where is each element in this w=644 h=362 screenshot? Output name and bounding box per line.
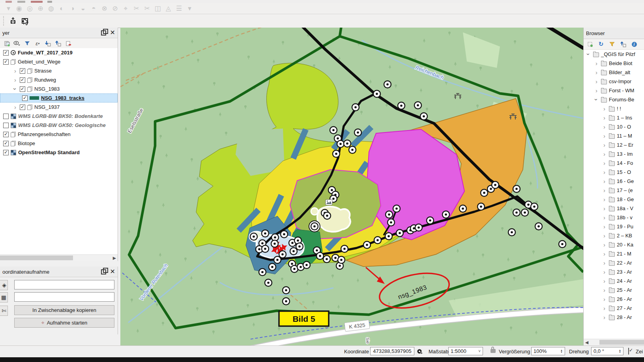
digitize-tool-7[interactable]: ◒ bbox=[78, 4, 88, 13]
expander-icon[interactable]: › bbox=[602, 106, 607, 112]
scroll-left-icon[interactable]: ◀ bbox=[584, 339, 590, 345]
browser-item[interactable]: ›Bilder_alt bbox=[584, 68, 644, 77]
digitize-tool-10[interactable]: ⊘ bbox=[110, 4, 120, 13]
browser-item[interactable]: ›Forums-Be bbox=[584, 95, 644, 104]
layer-item-gebiet-und-wege[interactable]: Gebiet_und_Wege bbox=[0, 57, 118, 66]
browser-item[interactable]: ›18b - v bbox=[584, 213, 644, 222]
browser-item[interactable]: ›18 - Ge bbox=[584, 195, 644, 204]
layer-item-nsg-1937[interactable]: ›NSG_1937 bbox=[0, 103, 118, 112]
layer-item-strasse[interactable]: ›Strasse bbox=[0, 66, 118, 75]
collapse-all-icon[interactable] bbox=[619, 40, 627, 48]
layer-item-pflanzengesellschaften[interactable]: Pflanzengesellschaften bbox=[0, 130, 118, 139]
layer-item-biotope[interactable]: Biotope bbox=[0, 139, 118, 148]
expander-icon[interactable]: › bbox=[602, 251, 607, 257]
refresh-icon[interactable]: ↻ bbox=[597, 40, 605, 48]
layer-checkbox[interactable] bbox=[22, 95, 28, 101]
expander-icon[interactable]: › bbox=[602, 269, 607, 275]
browser-item[interactable]: ›23 - Ar bbox=[584, 267, 644, 276]
digitize-tool-16[interactable]: ☰ bbox=[174, 4, 184, 13]
layer-checkbox[interactable] bbox=[3, 123, 9, 128]
browser-item[interactable]: ›16 - Ge bbox=[584, 177, 644, 186]
scrollbar-thumb[interactable] bbox=[599, 340, 644, 345]
browser-item[interactable]: ›27 - Ar bbox=[584, 304, 644, 313]
expander-icon[interactable]: › bbox=[602, 133, 607, 139]
digitize-tool-5[interactable]: ◐ bbox=[56, 4, 67, 13]
expander-icon[interactable]: › bbox=[13, 77, 18, 83]
browser-item[interactable]: ›14 - Fo bbox=[584, 159, 644, 168]
filter-expression-icon[interactable]: ε▾ bbox=[33, 39, 42, 47]
expander-icon[interactable]: › bbox=[602, 115, 607, 121]
browser-item[interactable]: ›Beide Biot bbox=[584, 59, 644, 68]
expander-icon[interactable]: › bbox=[602, 124, 607, 130]
render-checkbox[interactable] bbox=[628, 348, 629, 355]
spinner-arrows-icon[interactable]: ▲▼ bbox=[560, 349, 563, 353]
browser-item[interactable]: ›! ! bbox=[584, 104, 644, 113]
expander-icon[interactable]: › bbox=[594, 88, 599, 93]
browser-item[interactable]: ›25 - Ar bbox=[584, 285, 644, 295]
expander-icon[interactable]: › bbox=[602, 242, 607, 248]
expander-icon[interactable]: › bbox=[602, 151, 607, 157]
scroll-right-icon[interactable]: ▶ bbox=[111, 255, 118, 261]
layer-item-rundweg[interactable]: ›Rundweg bbox=[0, 75, 118, 84]
expander-icon[interactable]: › bbox=[602, 260, 607, 266]
layer-checkbox[interactable] bbox=[20, 68, 25, 74]
toolbar-handle[interactable] bbox=[3, 16, 6, 26]
digitize-tool-14[interactable]: ◫ bbox=[152, 4, 163, 13]
track-mouse-icon[interactable]: ✄ bbox=[0, 306, 8, 316]
filter-browser-icon[interactable] bbox=[608, 40, 616, 48]
expander-icon[interactable]: › bbox=[594, 78, 599, 84]
browser-item[interactable]: ›_QGIS für Pilzf bbox=[584, 50, 644, 59]
browser-item[interactable]: ›13 - Im bbox=[584, 149, 644, 159]
layer-checkbox[interactable] bbox=[3, 114, 9, 119]
expander-icon[interactable]: › bbox=[602, 205, 607, 211]
browser-item[interactable]: ›15 - O bbox=[584, 168, 644, 177]
browser-item[interactable]: ›26 - Ar bbox=[584, 295, 644, 304]
expander-icon[interactable]: › bbox=[602, 196, 607, 202]
expander-icon[interactable]: › bbox=[602, 296, 607, 302]
digitize-tool-1[interactable]: ◉ bbox=[14, 4, 24, 13]
expander-icon[interactable]: › bbox=[602, 287, 607, 293]
digitize-tool-6[interactable]: ◑ bbox=[67, 4, 78, 13]
layer-item-wms-lgrb-bw-gk50-geologische[interactable]: WMS LGRB-BW GK50: Geologische bbox=[0, 121, 118, 130]
digitize-tool-11[interactable]: ⌖ bbox=[120, 4, 131, 13]
lock-scale-icon[interactable] bbox=[490, 349, 496, 353]
digitize-tool-2[interactable]: ◎ bbox=[24, 4, 35, 13]
capture-coordinates-icon[interactable] bbox=[8, 16, 18, 26]
panel-float-icon[interactable] bbox=[101, 269, 106, 274]
scale-combobox[interactable]: 1:5000 ˅ bbox=[448, 347, 483, 355]
expander-icon[interactable]: › bbox=[13, 104, 18, 110]
expander-icon[interactable]: › bbox=[602, 178, 607, 184]
browser-item[interactable]: ›20 - Ka bbox=[584, 240, 644, 249]
browser-item[interactable]: ›11 – M bbox=[584, 131, 644, 140]
panel-close-icon[interactable]: ✕ bbox=[110, 30, 115, 36]
digitize-tool-15[interactable]: ◬ bbox=[163, 4, 174, 13]
expander-icon[interactable]: › bbox=[602, 187, 607, 193]
layer-item-funde-wt-2017-2019[interactable]: Funde_WT_2017_2019 bbox=[0, 48, 118, 57]
remove-layer-icon[interactable] bbox=[64, 39, 73, 47]
browser-item[interactable]: ›22 - Ar bbox=[584, 258, 644, 267]
layer-checkbox[interactable] bbox=[20, 86, 25, 92]
panel-close-icon[interactable]: ✕ bbox=[110, 269, 115, 275]
add-selected-layers-icon[interactable] bbox=[586, 40, 594, 48]
layer-item-wms-lgrb-bw-bk50-bodenkarte[interactable]: WMS LGRB-BW BK50: Bodenkarte bbox=[0, 112, 118, 121]
browser-item[interactable]: ›2 – KB bbox=[584, 231, 644, 240]
expander-icon[interactable]: › bbox=[602, 215, 607, 220]
digitize-tool-8[interactable]: ◓ bbox=[88, 4, 99, 13]
toolbar-dropdown-caret[interactable]: ▾ bbox=[184, 4, 195, 13]
browser-item[interactable]: ›10 - O bbox=[584, 122, 644, 131]
digitize-tool-13[interactable]: ✂ bbox=[142, 4, 152, 13]
spinner-arrows-icon[interactable]: ▲▼ bbox=[619, 349, 621, 353]
rotation-spinbox[interactable]: 0,0 ° ▲▼ bbox=[591, 347, 623, 355]
layers-hscrollbar[interactable]: ▶ bbox=[0, 254, 118, 261]
filter-legend-icon[interactable] bbox=[23, 39, 32, 47]
expander-icon[interactable]: › bbox=[586, 52, 592, 57]
expander-icon[interactable]: › bbox=[602, 233, 607, 239]
scrollbar-thumb[interactable] bbox=[0, 256, 73, 260]
layer-item-nsg-1983-tracks[interactable]: NSG_1983_tracks bbox=[0, 93, 118, 103]
browser-item[interactable]: ›17 – (e bbox=[584, 186, 644, 195]
browser-item[interactable]: ›18a - V bbox=[584, 204, 644, 213]
expander-icon[interactable]: › bbox=[602, 142, 607, 148]
expander-icon[interactable]: › bbox=[602, 224, 607, 230]
layer-item-openstreetmap-standard[interactable]: OpenStreetMap Standard bbox=[0, 148, 118, 157]
panel-float-icon[interactable] bbox=[101, 30, 106, 35]
